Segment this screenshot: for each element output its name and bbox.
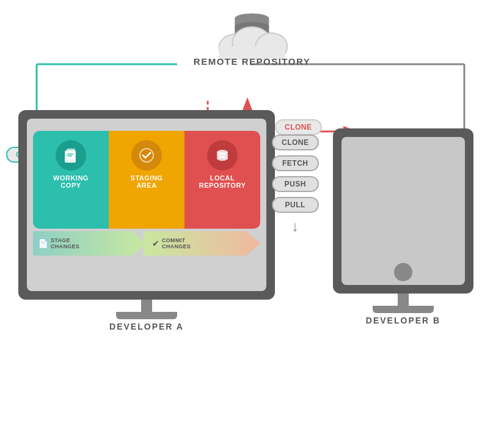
cloud-shape [203,5,301,60]
monitor-circle-b [394,263,412,281]
stand-neck-b [398,294,409,306]
diagram-container: REMOTE REPOSITORY PULL FETCH PUSH CLONE … [0,0,504,425]
stand-base-b [373,306,434,313]
workflow-areas: WORKING COPY STAGING [33,131,260,229]
clone-b-pill: CLONE [272,135,319,150]
developer-b-label: DEVELOPER B [333,316,473,325]
monitor-screen-b [333,128,473,294]
stage-changes-label: STAGE [51,237,79,243]
stage-changes-arrow: 📄 STAGE CHANGES [33,231,146,256]
remote-repository-section: REMOTE REPOSITORY [194,5,310,67]
commit-changes-label: COMMIT [162,237,191,243]
down-arrow-b: ↓ [272,218,319,235]
stage-icon: 📄 [38,238,48,248]
commit-icon: ✔ [152,238,159,248]
svg-point-19 [217,156,228,161]
commit-changes-arrow: ✔ COMMIT CHANGES [144,231,260,256]
fetch-b-pill: FETCH [272,155,319,171]
commit-changes-label2: CHANGES [162,243,191,249]
area-working: WORKING COPY [33,131,109,229]
working-copy-label: WORKING COPY [53,174,89,189]
monitor-screen-a: WORKING COPY STAGING [18,110,275,300]
area-staging: STAGING AREA [109,131,184,229]
stand-neck-a [141,300,152,312]
area-local: LOCAL REPOSITORY [184,131,260,229]
monitor-b-pills: CLONE FETCH PUSH PULL ↓ [272,135,319,235]
pull-b-pill: PULL [272,197,319,213]
svg-point-14 [140,149,153,162]
push-b-pill: PUSH [272,176,319,192]
monitor-stand-a [18,300,275,319]
stand-base-a [116,312,177,319]
clone-right-pill: CLONE [275,119,322,135]
remote-repo-label: REMOTE REPOSITORY [194,56,310,67]
local-repo-icon [207,140,238,171]
local-repo-label: LOCAL REPOSITORY [199,174,246,189]
monitor-stand-b [333,294,473,313]
monitor-inner-a: WORKING COPY STAGING [27,119,266,291]
working-copy-icon [56,140,86,171]
staging-area-icon [131,140,162,171]
monitor-b: CLONE FETCH PUSH PULL ↓ DEVELOPER B [333,128,473,325]
stage-changes-label2: CHANGES [51,243,79,249]
staging-area-label: STAGING AREA [131,174,163,189]
workflow-arrows-row: 📄 STAGE CHANGES ✔ COMMIT CHANGES [33,229,260,258]
developer-a-label: DEVELOPER A [18,322,275,331]
monitor-a: WORKING COPY STAGING [18,110,275,331]
